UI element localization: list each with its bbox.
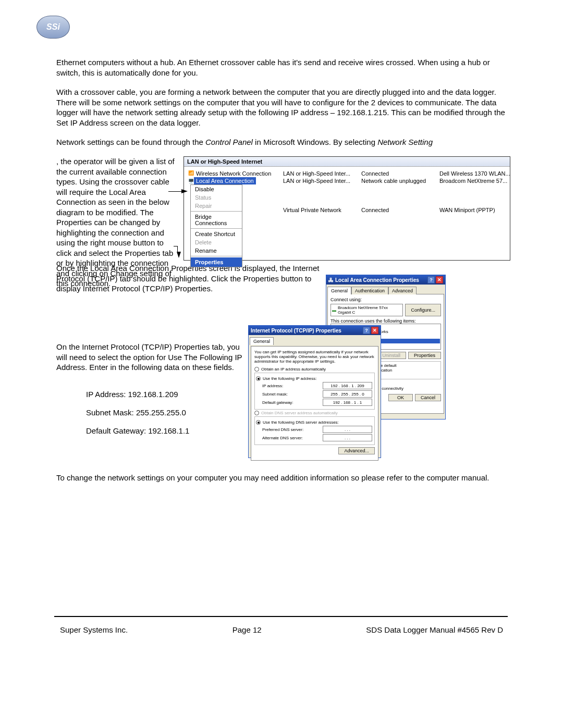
arrow-icon	[181, 189, 188, 193]
adapter-name: Broadcom NetXtreme 57xx Gigabit C	[338, 305, 401, 315]
use-ip-radio[interactable]: Use the following IP address:	[256, 376, 372, 381]
menu-repair: Repair	[191, 202, 242, 210]
dialog-titlebar: 🖧Local Area Connection Properties ? ✕	[326, 275, 445, 285]
connection-details: LAN or High-Speed Inter... Connected Del…	[283, 170, 518, 214]
alt-dns-label: Alternate DNS server:	[262, 436, 303, 440]
subnet-input[interactable]: 255 . 255 . 255 . 0	[323, 390, 372, 398]
dialog-titlebar: Internet Protocol (TCP/IP) Properties ? …	[249, 326, 381, 335]
radio-icon	[254, 411, 259, 415]
col-device: Dell Wireless 1370 WLAN...	[439, 170, 518, 177]
pref-dns-input[interactable]: . . .	[323, 426, 372, 433]
uses-items-label: This connection uses the following items…	[331, 318, 441, 324]
text-italic: Control Panel	[205, 138, 253, 146]
col-device: Broadcom NetXtreme 57...	[439, 178, 518, 184]
gateway-input[interactable]: 192 . 168 . 1 . 1	[323, 399, 372, 406]
menu-delete: Delete	[191, 238, 242, 246]
text: Network settings can be found through th…	[56, 138, 205, 146]
radio-label: Obtain DNS server address automatically	[261, 411, 338, 415]
item-label: Wireless Network Connection	[196, 170, 271, 177]
radio-icon	[254, 367, 259, 372]
separator	[191, 211, 242, 212]
menu-bridge[interactable]: Bridge Connections	[191, 213, 242, 227]
radio-icon	[256, 376, 261, 381]
gateway-label: Default gateway:	[262, 400, 293, 405]
page-footer: Super Systems Inc. Page 12 SDS Data Logg…	[60, 625, 503, 634]
network-connections-panel: LAN or High-Speed Internet 📶 Wireless Ne…	[183, 156, 510, 261]
menu-status: Status	[191, 193, 242, 202]
lac-label: Local Area Connection	[194, 177, 256, 184]
col-type: LAN or High-Speed Inter...	[283, 178, 361, 184]
help-icon[interactable]: ?	[427, 276, 435, 283]
footer-company: Super Systems Inc.	[60, 625, 128, 634]
paragraph: Once the Local Area Connection Propertie…	[56, 263, 322, 294]
pref-dns-label: Preferred DNS server:	[262, 427, 303, 432]
context-menu: Disable Status Repair Bridge Connections…	[190, 184, 242, 267]
ip-input[interactable]: 192 . 168 . 1 . 209	[323, 382, 372, 389]
intro-text: You can get IP settings assigned automat…	[254, 350, 375, 364]
use-dns-radio[interactable]: Use the following DNS server addresses:	[256, 420, 372, 425]
advanced-button[interactable]: Advanced...	[338, 447, 375, 454]
footer-page: Page 12	[232, 625, 262, 634]
paragraph: With a crossover cable, you are forming …	[56, 87, 512, 128]
subnet-line: Subnet Mask: 255.255.255.0	[86, 407, 274, 418]
col-device: WAN Miniport (PPTP)	[439, 207, 518, 213]
ok-button[interactable]: OK	[388, 394, 413, 401]
subnet-label: Subnet mask:	[262, 392, 288, 397]
obtain-dns-radio: Obtain DNS server address automatically	[254, 411, 375, 415]
separator	[191, 256, 242, 256]
text-italic: Network Setting	[377, 138, 433, 146]
paragraph: Once the Local Area Connection Propertie…	[56, 263, 322, 303]
panel-header: LAN or High-Speed Internet	[184, 157, 510, 167]
col-type: Virtual Private Network	[283, 207, 361, 213]
network-icon: 🖧	[328, 277, 334, 283]
paragraph: Network settings can be found through th…	[56, 137, 512, 147]
gateway-line: Default Gateway: 192.168.1.1	[86, 425, 274, 436]
ip-settings-text: IP Address: 192.168.1.209 Subnet Mask: 2…	[86, 389, 274, 436]
body-text: Ethernet computers without a hub. An Eth…	[56, 57, 512, 157]
paragraph: Ethernet computers without a hub. An Eth…	[56, 57, 512, 78]
col-status: Connected	[361, 207, 439, 213]
tab-general[interactable]: General	[327, 287, 351, 294]
dialog-title: Local Area Connection Properties	[335, 277, 419, 283]
close-icon[interactable]: ✕	[436, 276, 443, 283]
text: in Microsoft Windows. By selecting	[253, 138, 377, 146]
radio-label: Use the following DNS server addresses:	[263, 420, 339, 425]
tab-authentication[interactable]: Authentication	[351, 287, 388, 294]
col-status: Connected	[361, 170, 439, 177]
arrow-icon	[177, 252, 181, 258]
menu-disable[interactable]: Disable	[191, 185, 242, 193]
footer-rule	[54, 616, 508, 617]
ssi-logo: SSi	[36, 16, 70, 39]
tcpip-properties-dialog: Internet Protocol (TCP/IP) Properties ? …	[248, 325, 381, 458]
adapter-icon: ▬	[332, 308, 336, 313]
ip-label: IP address:	[262, 384, 283, 388]
alt-dns-input[interactable]: . . .	[323, 434, 372, 441]
paragraph: To change the network settings on your c…	[56, 473, 510, 483]
footer-doc: SDS Data Logger Manual #4565 Rev D	[366, 625, 503, 634]
col-type: LAN or High-Speed Inter...	[283, 170, 361, 177]
paragraph: On the Internet Protocol (TCP/IP) Proper…	[56, 342, 244, 382]
connect-using-label: Connect using:	[331, 297, 441, 302]
separator	[191, 228, 242, 229]
dialog-title: Internet Protocol (TCP/IP) Properties	[251, 328, 341, 334]
menu-rename[interactable]: Rename	[191, 246, 242, 255]
tab-advanced[interactable]: Advanced	[388, 287, 417, 294]
radio-label: Use the following IP address:	[263, 376, 316, 381]
arrow-line	[168, 191, 182, 192]
obtain-ip-radio[interactable]: Obtain an IP address automatically	[254, 367, 375, 372]
cancel-button[interactable]: Cancel	[415, 394, 441, 401]
ip-address-line: IP Address: 192.168.1.209	[86, 389, 274, 400]
radio-icon	[256, 420, 261, 425]
col-status: Network cable unplugged	[361, 178, 439, 184]
radio-label: Obtain an IP address automatically	[261, 367, 326, 372]
help-icon[interactable]: ?	[363, 327, 370, 334]
menu-properties[interactable]: Properties	[191, 257, 242, 267]
tab-general[interactable]: General	[250, 337, 274, 345]
properties-button[interactable]: Properties	[408, 352, 441, 359]
configure-button[interactable]: Configure...	[405, 304, 441, 316]
menu-shortcut[interactable]: Create Shortcut	[191, 230, 242, 238]
paragraph: On the Internet Protocol (TCP/IP) Proper…	[56, 342, 244, 373]
wifi-icon: 📶	[188, 170, 194, 177]
close-icon[interactable]: ✕	[371, 327, 378, 334]
